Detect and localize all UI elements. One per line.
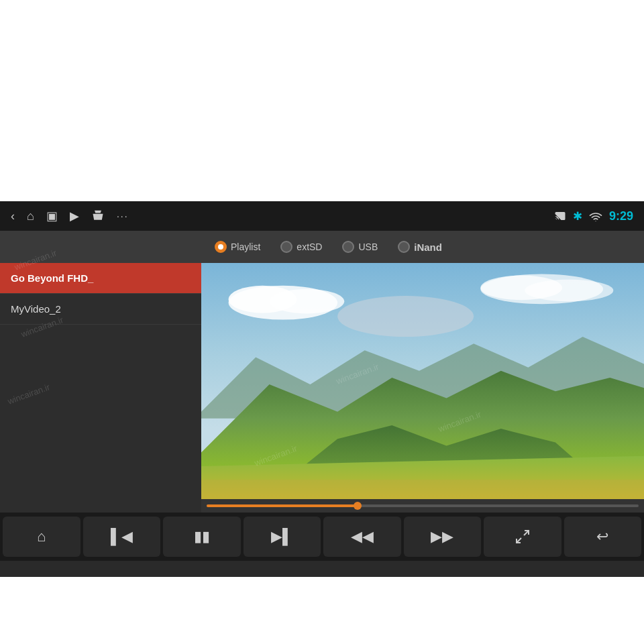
tab-extsd[interactable]: extSD	[274, 238, 329, 256]
tab-playlist[interactable]: Playlist	[208, 238, 267, 256]
inand-label: iNand	[414, 241, 442, 253]
playlist-dot	[215, 241, 227, 253]
fullscreen-button[interactable]	[484, 517, 561, 557]
pause-button[interactable]: ▮▮	[163, 517, 241, 557]
camera-icon[interactable]: ▶︎	[70, 209, 79, 223]
watermark-3: wincairan.ir	[6, 382, 51, 407]
device-frame: ‹ ⌂ ▣ ▶︎ ··· ✱ 9:29 Playlist	[0, 201, 644, 577]
progress-fill	[207, 504, 358, 507]
tab-inand[interactable]: iNand	[391, 238, 449, 256]
wifi-icon	[589, 211, 602, 221]
cast-icon	[554, 210, 566, 222]
svg-rect-13	[201, 480, 644, 499]
home-icon[interactable]: ⌂	[27, 209, 34, 223]
clock: 9:29	[609, 209, 633, 223]
video-thumbnail: wincairan.ir wincairan.ir wincairan.ir	[201, 263, 644, 499]
shop-icon[interactable]	[91, 209, 105, 223]
rewind-button[interactable]: ◀◀	[323, 517, 401, 557]
next-button[interactable]: ▶▌	[244, 517, 321, 557]
controls-bar: ⌂ ▌◀ ▮▮ ▶▌ ◀◀ ▶▶ ↩	[0, 513, 644, 561]
svg-point-7	[525, 280, 613, 301]
video-area[interactable]: wincairan.ir wincairan.ir wincairan.ir	[201, 263, 644, 513]
status-bar-right: ✱ 9:29	[554, 209, 633, 223]
svg-point-8	[337, 296, 474, 337]
usb-dot	[342, 241, 354, 253]
back-icon[interactable]: ‹	[11, 209, 15, 223]
usb-label: USB	[358, 241, 378, 252]
back-button[interactable]: ↩	[564, 517, 642, 557]
svg-line-18	[517, 538, 521, 543]
tab-usb[interactable]: USB	[335, 238, 384, 256]
svg-line-17	[524, 531, 529, 535]
video-progress-bar[interactable]	[201, 499, 644, 513]
recent-icon[interactable]: ▣	[46, 209, 58, 223]
playlist-label: Playlist	[231, 241, 260, 252]
prev-button[interactable]: ▌◀	[83, 517, 161, 557]
extsd-dot	[280, 241, 292, 253]
status-bar: ‹ ⌂ ▣ ▶︎ ··· ✱ 9:29	[0, 201, 644, 231]
extsd-label: extSD	[297, 241, 322, 252]
fastforward-button[interactable]: ▶▶	[404, 517, 482, 557]
svg-point-4	[270, 289, 345, 314]
source-bar: Playlist extSD USB iNand	[0, 231, 644, 263]
inand-dot	[398, 241, 410, 253]
progress-thumb	[354, 502, 362, 510]
bluetooth-icon: ✱	[573, 209, 582, 223]
progress-track[interactable]	[207, 504, 639, 507]
main-content: Go Beyond FHD_ MyVideo_2 wincairan.ir wi…	[0, 263, 644, 513]
playlist-item-1[interactable]: Go Beyond FHD_	[0, 263, 201, 294]
more-icon[interactable]: ···	[117, 211, 129, 221]
home-button[interactable]: ⌂	[3, 517, 80, 557]
playlist-sidebar: Go Beyond FHD_ MyVideo_2 wincairan.ir wi…	[0, 263, 201, 513]
playlist-item-2[interactable]: MyVideo_2	[0, 294, 201, 325]
status-bar-left: ‹ ⌂ ▣ ▶︎ ···	[11, 209, 129, 223]
